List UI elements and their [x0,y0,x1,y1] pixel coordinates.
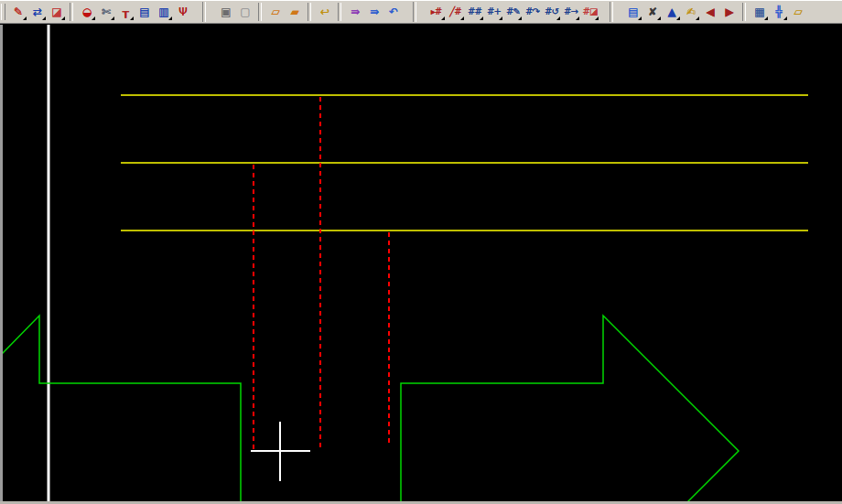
toolbar-button-table-ladder[interactable]: ▤ [135,2,154,21]
folder-attach-icon: ▰ [290,6,297,17]
flyout-corner-icon [556,16,560,20]
flyout-corner-icon [460,16,464,20]
nav-next-icon: ▶ [725,6,732,17]
toolbar-button-list-edit[interactable]: ▤ [623,2,642,21]
flyout-corner-icon [168,16,172,20]
table-import-icon: ▥ [158,6,167,17]
toolbar-button-pliers-tool[interactable]: Ψ [173,2,192,21]
nav-previous-icon: ◀ [706,6,713,17]
flyout-corner-icon [441,16,445,20]
toolbar-button-folder-polyline[interactable]: ▱ [788,2,807,21]
toolbar-separator [258,3,262,21]
toolbar-button-point-renumber[interactable]: #→ [561,2,580,21]
flyout-corner-icon [42,16,46,20]
fill-bucket-icon: ◒ [82,6,91,17]
toolbar-button-fill-bucket[interactable]: ◒ [77,2,96,21]
toolbar-group-separator [413,2,416,22]
toolbar-button-insert-point-t[interactable]: ┰ [115,2,135,21]
point-pair-icon: ## [468,7,481,16]
toolbar-button-folder-attach[interactable]: ▰ [285,2,304,21]
surveyor-icon: ✍ [686,6,695,17]
toolbar-grip[interactable] [1,4,5,20]
toolbar-button-box-3d-dark[interactable]: ▣ [216,2,235,21]
toolbar-button-nav-next[interactable]: ▶ [719,2,739,21]
toolbar-button-point-move[interactable]: #+ [484,2,503,21]
green-polyline-left-arrow-shape[interactable] [2,316,241,502]
toolbar-group-separator [202,2,206,22]
db-export-icon: ⇛ [370,6,378,17]
toolbar-button-eraser[interactable]: ◪ [47,2,66,21]
toolbar-button-grid-table[interactable]: ▦ [750,2,769,21]
toolbar-button-move-points[interactable]: ⇄ [27,2,47,21]
flyout-corner-icon [657,16,661,20]
toolbar-separator [70,3,73,21]
toolbar-button-db-export[interactable]: ⇛ [364,2,383,21]
point-insert-icon: ▸# [431,7,441,16]
toolbar-separator [308,3,311,21]
toolbar-button-grid-snap[interactable]: ╬ [769,2,788,21]
toolbar-button-point-erase[interactable]: #◪ [580,2,599,21]
toolbar-button-level-tool[interactable]: ▲ [662,2,681,21]
toolbar-button-db-import[interactable]: ⇛ [345,2,364,21]
grid-table-icon: ▦ [754,6,763,17]
flyout-corner-icon [576,16,579,20]
flyout-corner-icon [638,16,642,20]
db-import-icon: ⇛ [351,6,359,17]
table-ladder-icon: ▤ [139,6,148,17]
toolbar-button-cut-cross[interactable]: ✘ [642,2,662,21]
box-3d-dark-icon: ▣ [221,6,230,17]
toolbar-button-point-rotate-ccw[interactable]: #↺ [542,2,561,21]
toolbar-button-nav-previous[interactable]: ◀ [700,2,719,21]
toolbar-group-separator [610,2,613,22]
toolbar-button-point-draw[interactable]: ╱# [446,2,465,21]
toolbar: ✎⇄◪◒✄┰▤▥Ψ▣▢▱▰↩⇛⇛↶▸#╱####+#✎#↷#↺#→#◪▤✘▲✍◀… [0,0,842,24]
toolbar-button-trim-line[interactable]: ✄ [96,2,115,21]
toolbar-button-db-undo[interactable]: ↶ [383,2,403,21]
folder-polyline-icon: ▱ [793,6,801,17]
cut-cross-icon: ✘ [648,6,656,17]
list-edit-icon: ▤ [628,6,637,17]
flyout-corner-icon [783,16,787,20]
flyout-corner-icon [764,16,768,20]
point-renumber-icon: #→ [564,7,578,16]
point-move-icon: #+ [487,7,501,16]
toolbar-button-point-insert[interactable]: ▸# [426,2,446,21]
toolbar-button-pencil-edit[interactable]: ✎ [8,2,27,21]
flyout-corner-icon [480,16,483,20]
toolbar-button-box-3d-light[interactable]: ▢ [235,2,254,21]
toolbar-button-table-import[interactable]: ▥ [154,2,173,21]
flyout-corner-icon [595,16,599,20]
grid-snap-icon: ╬ [775,6,781,17]
toolbar-separator [338,3,341,21]
flyout-corner-icon [676,16,680,20]
toolbar-button-folder-open[interactable]: ▱ [265,2,285,21]
green-polyline-right-arrow-shape[interactable] [401,316,739,502]
flyout-corner-icon [92,16,95,20]
move-points-icon: ⇄ [33,6,41,17]
flyout-corner-icon [23,16,27,20]
point-draw-icon: ╱# [449,7,460,16]
flyout-corner-icon [61,16,65,20]
box-3d-light-icon: ▢ [240,6,249,17]
toolbar-button-point-rotate[interactable]: #↷ [523,2,542,21]
trim-line-icon: ✄ [102,6,110,17]
toolbar-button-folder-back[interactable]: ↩ [315,2,334,21]
point-rotate-icon: #↷ [525,7,539,16]
folder-back-icon: ↩ [320,6,329,17]
toolbar-button-point-edit[interactable]: #✎ [503,2,523,21]
point-edit-icon: #✎ [506,7,520,16]
cad-application-window: { "toolbar": { "background": "#d4d0c8", … [0,0,842,504]
folder-open-icon: ▱ [271,6,278,17]
point-erase-icon: #◪ [583,7,598,16]
window-left-edge [0,25,3,504]
toolbar-button-surveyor[interactable]: ✍ [681,2,700,21]
flyout-corner-icon [696,16,699,20]
pencil-edit-icon: ✎ [14,6,22,17]
flyout-corner-icon [518,16,522,20]
level-tool-icon: ▲ [667,6,675,17]
toolbar-button-point-pair[interactable]: ## [465,2,484,21]
flyout-corner-icon [111,16,114,20]
toolbar-separator [742,3,746,21]
drawing-svg [0,0,842,504]
flyout-corner-icon [130,16,134,20]
